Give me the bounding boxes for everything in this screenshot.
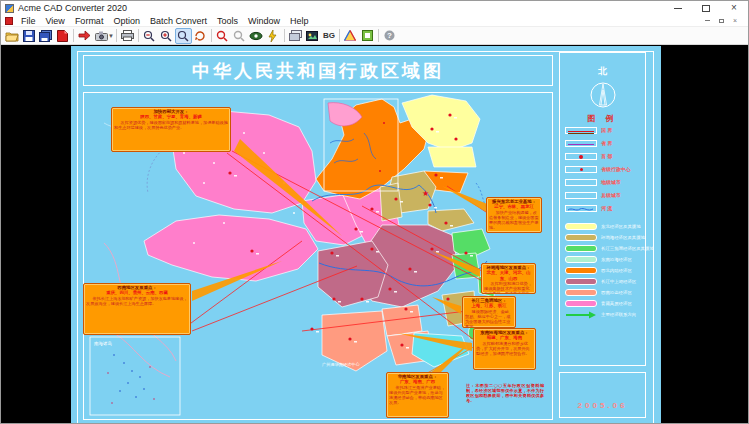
callout-bohai: 环渤海地区发展重点： 北京、天津、河北、山东、山西 发挥科技和港口优势，建设高新… bbox=[481, 263, 536, 294]
child-close-button[interactable]: × bbox=[728, 16, 742, 26]
callout-south: 华南地区发展重点： 广东、海南、广西 依托珠江三角洲产业基础，建设外向型产业基地… bbox=[386, 372, 449, 418]
callout-northeast: 振兴东北老工业基地： 辽宁、吉林、黑龙江 加快产业结构调整，改造装备制造业，建设… bbox=[486, 197, 542, 233]
menu-view[interactable]: View bbox=[41, 16, 70, 26]
convert-button[interactable] bbox=[76, 28, 93, 44]
callout-se-coast: 东南沿海地区发展重点： 福建、广东、海南 发挥毗邻港澳台和侨乡优势，扩大对外开放… bbox=[473, 328, 536, 370]
date-box: 2005.06 bbox=[559, 372, 646, 418]
app-icon bbox=[5, 4, 14, 13]
legend-area-northeast: 东北经济区及其腹地 bbox=[560, 221, 645, 232]
drawing-sheet[interactable]: 中华人民共和国行政区域图 bbox=[71, 46, 661, 424]
legend-area-southwest: 西南沿边经济区 bbox=[560, 287, 645, 298]
legend-box: 北 图 例 国 界 省 界 首 都 bbox=[559, 52, 646, 366]
compass-icon bbox=[588, 80, 618, 110]
legend-area-se-coast: 东南沿海经济区 bbox=[560, 254, 645, 265]
region-jilin bbox=[428, 147, 476, 167]
minimize-button[interactable] bbox=[664, 1, 692, 15]
menu-batch-convert[interactable]: Batch Convert bbox=[145, 16, 212, 26]
maximize-button[interactable] bbox=[692, 1, 720, 15]
find-button[interactable] bbox=[214, 28, 231, 44]
legend-row-capital: 首 都 bbox=[560, 150, 645, 163]
preview-eye-button[interactable] bbox=[248, 28, 265, 44]
green-arrow-icon bbox=[565, 311, 597, 319]
folder-options-button[interactable] bbox=[359, 28, 376, 44]
help-button[interactable]: ? bbox=[381, 28, 398, 44]
batch-flash-button[interactable] bbox=[265, 28, 282, 44]
close-button[interactable]: × bbox=[720, 1, 748, 15]
find-next-button[interactable] bbox=[231, 28, 248, 44]
region-sichuan bbox=[318, 241, 388, 307]
legend-area-economic-link: 主要经济联系方向 bbox=[560, 309, 645, 320]
callout-yangtze-delta: 长江三角洲地区： 上海、江苏、浙江 建设国际经济、金融、贸易、航运中心之一，成为… bbox=[462, 296, 516, 328]
svg-text:?: ? bbox=[387, 31, 392, 40]
save-button[interactable] bbox=[20, 28, 37, 44]
legend-row-prefecture-city: 地级城市 bbox=[560, 176, 645, 189]
menu-help[interactable]: Help bbox=[285, 16, 314, 26]
about-button[interactable] bbox=[342, 28, 359, 44]
legend-row-river: 河 流 bbox=[560, 202, 645, 215]
legend-row-provincial-capital: 省级行政中心 bbox=[560, 163, 645, 176]
export-pdf-button[interactable] bbox=[54, 28, 71, 44]
callout-northwest: 加快西部大开发： 陕西、甘肃、宁夏、青海、新疆 发挥资源优势，建设国家能源和原材… bbox=[111, 107, 231, 152]
callout-southwest: 西南地区发展重点： 重庆、四川、贵州、云南、西藏 依托长江上游水能和矿产资源，加… bbox=[83, 283, 191, 335]
legend-area-bohai: 环渤海经济区及其腹地 bbox=[560, 232, 645, 243]
menu-tools[interactable]: Tools bbox=[212, 16, 243, 26]
menu-window[interactable]: Window bbox=[243, 16, 285, 26]
background-toggle-button[interactable]: BG bbox=[321, 28, 337, 44]
zoom-extents-button[interactable] bbox=[192, 28, 209, 44]
legend-area-mid-yangtze: 长江中上游经济区 bbox=[560, 276, 645, 287]
legend-area-yangtze-delta: 长江三角洲经济区及其腹地 bbox=[560, 243, 645, 254]
menu-option[interactable]: Option bbox=[108, 16, 145, 26]
north-label: 北 bbox=[560, 65, 645, 78]
cad-canvas[interactable]: 中华人民共和国行政区域图 bbox=[1, 45, 748, 423]
zoom-window-button[interactable] bbox=[175, 28, 192, 44]
beijing-star: ★ bbox=[422, 189, 429, 198]
guangzhou-note-label: 广州是华南经济中心 bbox=[322, 362, 361, 367]
legend-row-province-boundary: 省 界 bbox=[560, 137, 645, 150]
legend-area-northwest: 西北内陆经济区 bbox=[560, 265, 645, 276]
map-title-box: 中华人民共和国行政区域图 bbox=[83, 55, 553, 86]
inset-south-china-sea: 南海诸岛 bbox=[90, 337, 180, 415]
save-all-button[interactable] bbox=[37, 28, 54, 44]
toolbar: ▼ BG ? bbox=[1, 27, 748, 45]
menu-format[interactable]: Format bbox=[70, 16, 109, 26]
map-title: 中华人民共和国行政区域图 bbox=[192, 59, 444, 83]
legend-row-county-city: 县级城市 bbox=[560, 189, 645, 202]
inset-label: 南海诸岛 bbox=[94, 341, 112, 346]
legend-title: 图 例 bbox=[560, 113, 645, 124]
window-title: Acme CAD Converter 2020 bbox=[18, 3, 664, 13]
legend-area-tibet-plateau: 青藏高原经济区 bbox=[560, 298, 645, 309]
open-button[interactable] bbox=[3, 28, 20, 44]
document-icon bbox=[5, 17, 13, 25]
print-button[interactable] bbox=[119, 28, 136, 44]
menu-file[interactable]: File bbox=[16, 16, 41, 26]
child-minimize-button[interactable] bbox=[700, 16, 714, 26]
zoom-in-icon-button[interactable] bbox=[158, 28, 175, 44]
capture-dropdown-caret[interactable]: ▼ bbox=[108, 33, 114, 39]
zoom-out-icon-button[interactable] bbox=[141, 28, 158, 44]
menu-bar: File View Format Option Batch Convert To… bbox=[1, 15, 748, 27]
app-window: Acme CAD Converter 2020 × File View Form… bbox=[0, 0, 749, 424]
child-restore-button[interactable] bbox=[714, 16, 728, 26]
image-mode-button[interactable] bbox=[304, 28, 321, 44]
legend-row-national-boundary: 国 界 bbox=[560, 124, 645, 137]
map-date: 2005.06 bbox=[560, 401, 645, 410]
map-note-block: 注：本图按二〇〇五年行政区划资料编制，各经济区域范围仅作示意，不作为行政区划和勘… bbox=[466, 383, 544, 417]
layers-button[interactable] bbox=[287, 28, 304, 44]
title-bar: Acme CAD Converter 2020 × bbox=[1, 1, 748, 15]
